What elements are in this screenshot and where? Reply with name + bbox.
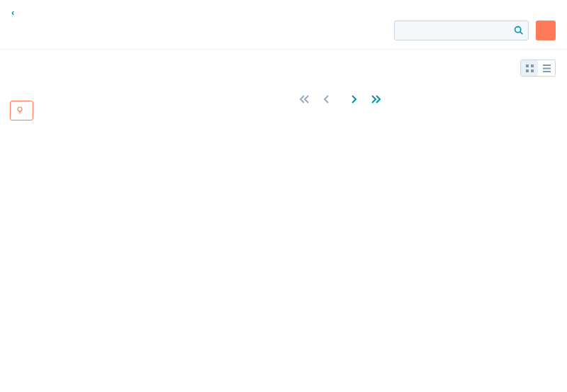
sidebar: [0, 50, 113, 135]
suggest-templates-button[interactable]: [10, 101, 33, 121]
svg-line-1: [520, 32, 522, 34]
svg-point-2: [18, 107, 22, 111]
next-page-icon[interactable]: [351, 95, 357, 103]
search-icon: [514, 26, 523, 35]
svg-rect-10: [543, 67, 551, 69]
list-icon: [543, 65, 551, 72]
svg-rect-5: [526, 65, 529, 67]
list-view-button[interactable]: [538, 60, 555, 76]
svg-rect-9: [543, 65, 551, 66]
view-toggle: [520, 60, 556, 77]
grid-view-button[interactable]: [521, 60, 538, 76]
back-link[interactable]: [11, 9, 14, 17]
svg-rect-11: [543, 71, 551, 72]
grid-icon: [526, 65, 534, 72]
lightbulb-icon: [16, 106, 23, 115]
last-page-icon[interactable]: [371, 95, 381, 103]
main-content: [113, 50, 567, 135]
svg-rect-6: [531, 65, 534, 67]
create-from-scratch-button[interactable]: [536, 21, 556, 40]
search-input[interactable]: [394, 21, 529, 40]
first-page-icon[interactable]: [300, 95, 310, 103]
svg-rect-7: [526, 69, 529, 72]
search-wrap: [394, 21, 529, 40]
pagination: [125, 95, 556, 103]
svg-rect-8: [531, 69, 534, 72]
prev-page-icon[interactable]: [324, 95, 330, 103]
svg-point-0: [515, 27, 521, 33]
